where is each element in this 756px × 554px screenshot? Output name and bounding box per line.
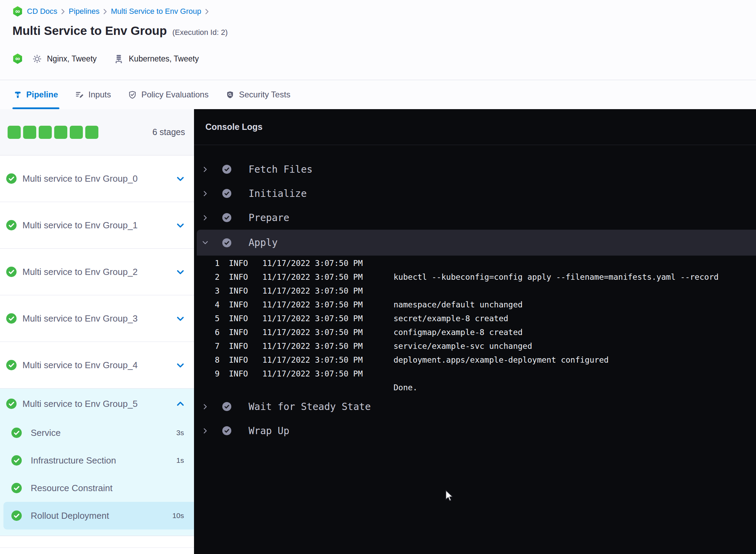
log-timestamp: 11/17/2022 3:07:50 PM <box>262 342 363 351</box>
tab-label: Policy Evaluations <box>141 90 209 99</box>
chevron-right-icon[interactable] <box>202 214 209 221</box>
log-level: INFO <box>229 342 248 351</box>
page-header: ∞ CD Docs Pipelines Multi Service to Env… <box>0 0 756 80</box>
success-check-icon <box>222 238 232 248</box>
tab-bar: Pipeline Inputs Policy Evaluations <box>0 80 756 109</box>
environments-icon <box>114 54 124 64</box>
log-line: 5 INFO 11/17/2022 3:07:50 PM secret/exam… <box>201 312 756 325</box>
console-step-wrap-up[interactable]: Wrap Up <box>194 419 756 443</box>
step-row[interactable]: Infrastructure Section 1s <box>0 447 194 474</box>
console-step-initialize[interactable]: Initialize <box>194 181 756 206</box>
console-step-fetch-files[interactable]: Fetch Files <box>194 157 756 181</box>
log-line-number: 2 <box>201 273 220 281</box>
success-check-icon <box>6 220 17 230</box>
success-check-icon <box>222 426 232 436</box>
chevron-down-icon[interactable] <box>176 361 185 370</box>
log-line-number: 7 <box>201 342 220 351</box>
log-level: INFO <box>229 300 248 309</box>
tab-policy-evaluations[interactable]: Policy Evaluations <box>128 80 209 109</box>
environments-label: Kubernetes, Tweety <box>129 54 199 64</box>
log-level: INFO <box>229 259 248 268</box>
stage-row-expanded[interactable]: Multi service to Env Group_5 <box>0 389 194 419</box>
breadcrumb-link[interactable]: Multi Service to Env Group <box>111 7 201 16</box>
breadcrumb-link[interactable]: Pipelines <box>69 7 99 16</box>
success-check-icon <box>6 360 17 370</box>
log-message: Done. <box>394 383 417 392</box>
console-step-label: Fetch Files <box>249 164 312 175</box>
console-step-wait-for-steady-state[interactable]: Wait for Steady State <box>194 394 756 419</box>
chevron-up-icon[interactable] <box>176 399 185 409</box>
log-line: 2 INFO 11/17/2022 3:07:50 PM kubectl --k… <box>201 270 756 284</box>
success-check-icon <box>222 402 232 411</box>
console-step-label: Prepare <box>249 212 289 223</box>
execution-id: (Execution Id: 2) <box>172 28 227 37</box>
chevron-down-icon[interactable] <box>176 174 185 183</box>
stage-label: Multi service to Env Group_4 <box>22 360 138 371</box>
log-line: 7 INFO 11/17/2022 3:07:50 PM service/exa… <box>201 339 756 353</box>
stage-label: Multi service to Env Group_5 <box>22 399 138 409</box>
chevron-right-icon <box>103 9 107 15</box>
log-message: configmap/example-8 created <box>394 328 523 337</box>
console-logs-panel: Console Logs Fetch Files Initialize Prep… <box>194 109 756 554</box>
stage-label: Multi service to Env Group_3 <box>22 313 138 324</box>
log-timestamp: 11/17/2022 3:07:50 PM <box>262 273 363 281</box>
stages-sidebar: 6 stages Multi service to Env Group_0 Mu… <box>0 109 194 554</box>
page-title: Multi Service to Env Group <box>12 23 167 39</box>
tab-pipeline[interactable]: Pipeline <box>14 80 58 109</box>
log-line: 6 INFO 11/17/2022 3:07:50 PM configmap/e… <box>201 325 756 339</box>
stage-row[interactable]: Multi service to Env Group_4 <box>0 342 194 389</box>
chevron-down-icon[interactable] <box>176 314 185 323</box>
log-timestamp: 11/17/2022 3:07:50 PM <box>262 328 363 337</box>
log-line-number: 5 <box>201 314 220 323</box>
chevron-down-icon[interactable] <box>202 239 209 246</box>
stage-row[interactable]: Multi service to Env Group_1 <box>0 202 194 249</box>
success-check-icon <box>6 173 17 184</box>
security-shield-scan-icon <box>226 90 234 99</box>
stages-summary: 6 stages <box>0 109 194 155</box>
success-check-icon <box>11 483 22 493</box>
stage-label: Multi service to Env Group_2 <box>22 267 138 277</box>
stage-progress-square <box>54 126 67 139</box>
log-line: 1 INFO 11/17/2022 3:07:50 PM <box>201 256 756 270</box>
chevron-right-icon[interactable] <box>202 190 209 197</box>
log-level: INFO <box>229 369 248 378</box>
breadcrumb: ∞ CD Docs Pipelines Multi Service to Env… <box>12 6 209 17</box>
chevron-down-icon[interactable] <box>176 267 185 277</box>
step-duration: 3s <box>176 429 184 437</box>
step-row[interactable]: Rollout Deployment 10s <box>3 502 194 529</box>
breadcrumb-links: CD Docs Pipelines Multi Service to Env G… <box>27 7 209 16</box>
log-timestamp: 11/17/2022 3:07:50 PM <box>262 314 363 323</box>
chevron-down-icon[interactable] <box>176 221 185 230</box>
chevron-right-icon[interactable] <box>202 166 209 173</box>
log-timestamp: 11/17/2022 3:07:50 PM <box>262 355 363 364</box>
console-step-label: Apply <box>249 237 278 248</box>
tab-security-tests[interactable]: Security Tests <box>226 80 290 109</box>
console-title: Console Logs <box>205 122 262 132</box>
stage-row[interactable]: Multi service to Env Group_2 <box>0 249 194 295</box>
console-step-apply[interactable]: Apply <box>197 230 756 256</box>
tab-inputs[interactable]: Inputs <box>75 80 111 109</box>
log-line: Done. <box>201 381 756 394</box>
services-gear-icon <box>32 54 42 64</box>
success-check-icon <box>222 213 232 222</box>
console-step-label: Initialize <box>249 188 307 199</box>
console-step-prepare[interactable]: Prepare <box>194 206 756 230</box>
stage-row[interactable]: Multi service to Env Group_3 <box>0 295 194 342</box>
stage-progress-square <box>23 126 36 139</box>
chevron-right-icon <box>205 9 209 15</box>
success-check-icon <box>6 399 17 409</box>
chevron-right-icon[interactable] <box>202 403 209 410</box>
log-timestamp: 11/17/2022 3:07:50 PM <box>262 300 363 309</box>
step-row[interactable]: Service 3s <box>0 419 194 447</box>
stage-row[interactable]: Multi service to Env Group_0 <box>0 155 194 202</box>
step-duration: 10s <box>172 512 184 520</box>
chevron-right-icon[interactable] <box>202 428 209 434</box>
execution-meta: ∞ Nginx, Tweety <box>12 52 199 66</box>
step-row[interactable]: Resource Constraint <box>0 474 194 502</box>
stage-label: Multi service to Env Group_1 <box>22 220 138 231</box>
log-line-number: 6 <box>201 328 220 337</box>
console-step-apply-expanded: Apply 1 INFO 11/17/2022 3:07:50 PM 2 INF… <box>197 230 756 394</box>
console-header: Console Logs <box>194 109 756 145</box>
infinity-glyph: ∞ <box>15 55 20 62</box>
breadcrumb-link[interactable]: CD Docs <box>27 7 57 16</box>
